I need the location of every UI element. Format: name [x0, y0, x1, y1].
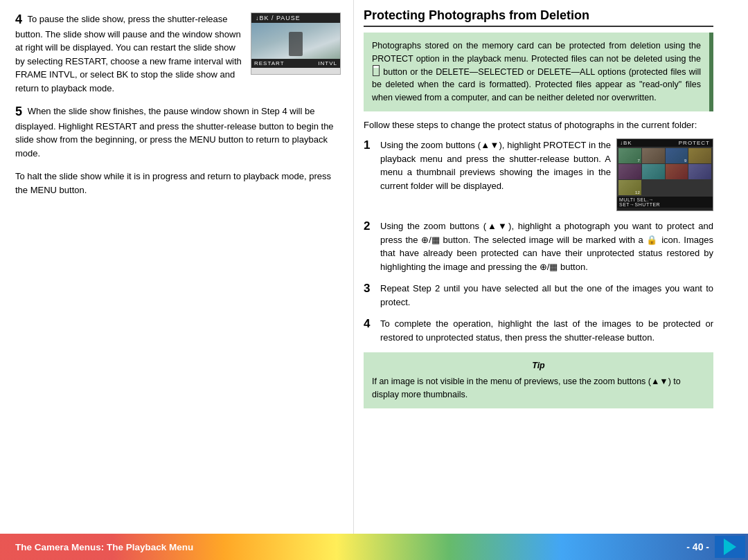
screen-body [251, 23, 340, 59]
thumb-6 [642, 164, 665, 179]
thumb-9: 12 [618, 180, 641, 195]
step5-number: 5 [15, 105, 22, 118]
protect-multi-row: MULTI SEL.→ [619, 197, 711, 202]
thumb-1: 7 [618, 148, 641, 163]
protect-bottom: MULTI SEL.→ SET→SHUTTER [617, 197, 713, 208]
protect-bk: ↓BK [620, 140, 632, 146]
step1-text: Using the zoom buttons (▲▼), highlight P… [380, 138, 611, 192]
step4-text-right: To complete the operation, highlight the… [380, 317, 713, 344]
screen-top-label: ↓BK / PAUSE [256, 15, 301, 21]
right-step1-number: 1 [364, 138, 375, 152]
right-column: Protecting Photographs from Deletion Pho… [353, 0, 748, 534]
step5-block: 5 When the slide show finishes, the paus… [15, 105, 341, 160]
thumb-5 [618, 164, 641, 179]
screen-restart: RESTART [254, 60, 285, 66]
right-col-inner: Protecting Photographs from Deletion Pho… [364, 8, 738, 408]
right-step4: 4 To complete the operation, highlight t… [364, 317, 713, 344]
protect-label: PROTECT [679, 140, 710, 146]
protect-multi: MULTI SEL.→ [619, 197, 654, 202]
step4-screen: ↓BK / PAUSE RESTART INTVL [251, 12, 341, 75]
arrow-right-icon [724, 539, 736, 555]
right-step2-number: 2 [364, 219, 375, 233]
concept-text: Photographs stored on the memory card ca… [372, 39, 701, 105]
screen-figure [289, 32, 303, 56]
protect-set-row: SET→SHUTTER [619, 202, 711, 207]
footer: The Camera Menus: The Playback Menu - 40… [0, 534, 748, 560]
step4-text: 4 To pause the slide show, press the shu… [15, 12, 245, 95]
trash-icon [373, 68, 380, 76]
right-step4-number: 4 [364, 317, 375, 331]
step4-block: 4 To pause the slide show, press the shu… [15, 12, 341, 95]
tip-text: If an image is not visible in the menu o… [372, 377, 681, 399]
right-step3: 3 Repeat Step 2 until you have selected … [364, 282, 713, 309]
thumb-2 [642, 148, 665, 163]
halt-text: To halt the slide show while it is in pr… [15, 170, 341, 197]
step4-content: To pause the slide show, press the shutt… [15, 14, 242, 93]
step2-text: Using the zoom buttons (▲▼), highlight a… [380, 219, 713, 273]
screen-bottom: RESTART INTVL [251, 59, 340, 68]
step1-row: Using the zoom buttons (▲▼), highlight P… [380, 138, 713, 211]
protect-screen: ↓BK PROTECT 7 9 [616, 138, 713, 211]
thumb-7 [666, 164, 688, 179]
page-container: 4 To pause the slide show, press the shu… [0, 0, 748, 560]
thumb-4 [688, 148, 711, 163]
screen-intvl: INTVL [318, 60, 337, 66]
tip-title: Tip [372, 359, 705, 372]
left-column: 4 To pause the slide show, press the shu… [0, 0, 353, 534]
protect-grid: 7 9 12 [617, 147, 713, 197]
thumb-3: 9 [666, 148, 688, 163]
right-step1: 1 Using the zoom buttons (▲▼), highlight… [364, 138, 713, 211]
step3-text: Repeat Step 2 until you have selected al… [380, 282, 713, 309]
right-step3-number: 3 [364, 282, 375, 296]
footer-text: The Camera Menus: The Playback Menu [0, 542, 686, 552]
section-title: Protecting Photographs from Deletion [364, 8, 713, 27]
footer-page: - 40 - [686, 541, 715, 552]
step4-number: 4 [15, 12, 22, 26]
thumb-8 [688, 164, 711, 179]
footer-arrow[interactable] [715, 536, 745, 558]
tip-box: Tip If an image is not visible in the me… [364, 352, 713, 408]
protect-set: SET→SHUTTER [619, 202, 660, 207]
main-content: 4 To pause the slide show, press the shu… [0, 0, 748, 534]
follow-text: Follow these steps to change the protect… [364, 118, 713, 132]
protect-top-bar: ↓BK PROTECT [617, 139, 713, 147]
step5-content: When the slide show finishes, the pause … [15, 106, 334, 159]
screen-top-bar: ↓BK / PAUSE [251, 13, 340, 23]
right-step2: 2 Using the zoom buttons (▲▼), highlight… [364, 219, 713, 273]
concept-box: Photographs stored on the memory card ca… [364, 33, 713, 111]
